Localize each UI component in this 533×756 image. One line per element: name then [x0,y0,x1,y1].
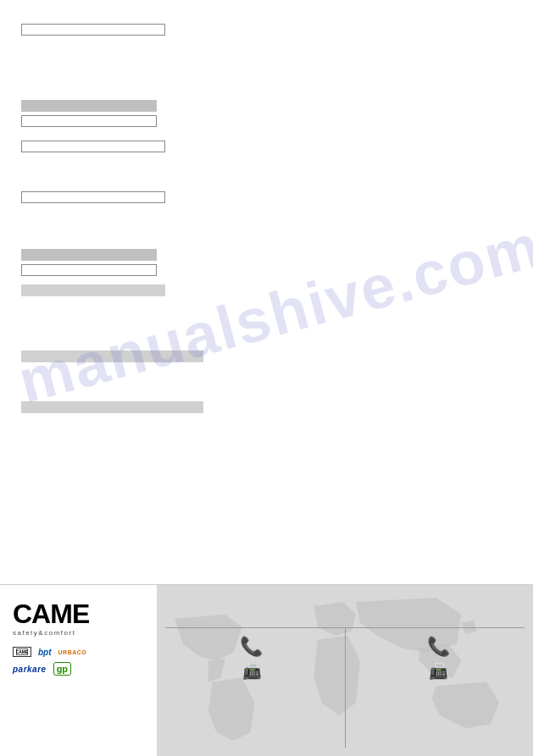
form-section-2 [21,100,512,127]
phone-icon-right: 📞 [427,636,450,658]
input-bar-5b[interactable] [21,264,157,276]
came-logo: CAME safety&comfort [13,600,144,637]
contact-col-right: 📞 📠 [352,636,525,681]
input-bar-2b[interactable] [21,115,157,127]
input-bar-4[interactable] [21,191,165,203]
form-section-1 [21,24,512,36]
header-bar-2a [21,100,157,112]
bpt-brand: bpt [38,648,52,657]
form-section-6 [21,350,512,362]
main-content [0,0,533,584]
form-section-7 [21,401,512,413]
form-section-4 [21,191,512,203]
header-bar-5a [21,249,157,261]
input-bar-1[interactable] [21,24,165,36]
came-small-icon: CAME [13,647,31,657]
form-section-3 [21,141,512,152]
bar-6 [21,350,203,362]
contact-col-left: 📞 📠 [165,636,338,681]
came-tagline: safety&comfort [13,629,75,637]
came-brand-name: CAME [13,600,89,627]
form-section-5 [21,249,512,296]
brand-came-small: CAME [13,647,31,657]
phone-icon-left: 📞 [240,636,263,658]
contact-section: 📞 📠 📞 📠 [165,593,525,748]
footer: CAME safety&comfort CAME bpt URBACO [0,584,533,756]
urbaco-brand: URBACO [58,649,87,655]
brand-row-1: CAME bpt URBACO [13,647,144,657]
fax-icon-left: 📠 [242,662,261,681]
footer-branding: CAME safety&comfort CAME bpt URBACO [0,584,157,756]
fax-icon-right: 📠 [429,662,447,681]
contact-divider-vertical [345,627,346,748]
gp-brand: gp [53,662,71,676]
parkare-brand: parkare [13,665,47,674]
bar-5c [21,284,165,296]
page: manualshive.com CAME safety&comfort CAME [0,0,533,756]
brand-row-2: parkare gp [13,662,144,676]
input-bar-3[interactable] [21,141,165,152]
bar-7 [21,401,203,413]
footer-map: 📞 📠 📞 📠 [157,584,533,756]
brand-logos: CAME bpt URBACO parkare gp [13,647,144,676]
came-box: CAME [16,648,28,655]
